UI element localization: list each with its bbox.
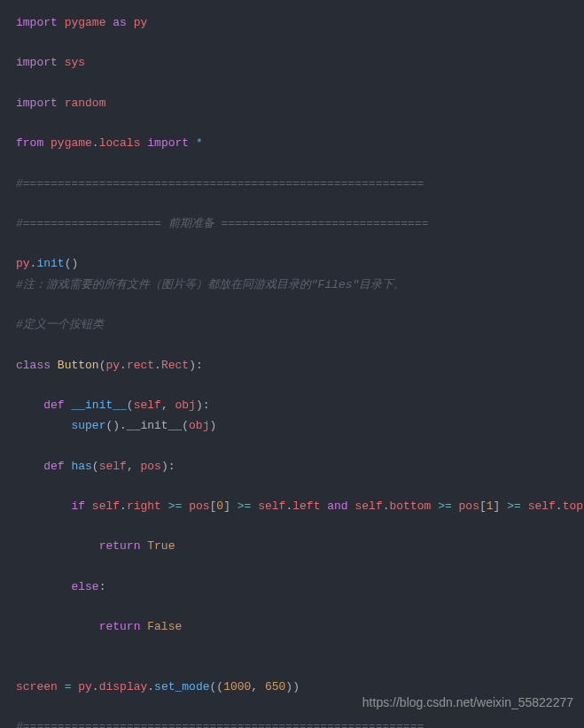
comment-line: #=======================================… <box>16 716 568 728</box>
module-name: random <box>65 97 106 110</box>
keyword-return: return <box>99 539 141 553</box>
attr: top <box>563 500 583 513</box>
code-block: import pygame as py import sys import ra… <box>16 12 568 728</box>
attr: left <box>292 500 320 513</box>
identifier: self <box>354 500 382 513</box>
identifier: py <box>105 359 120 372</box>
code-line: super().__init__(obj) <box>16 415 568 436</box>
function-call: set_mode <box>154 680 209 693</box>
module-name: sys <box>65 56 85 69</box>
identifier: Rect <box>161 359 189 372</box>
keyword-if: if <box>71 500 85 513</box>
identifier: pos <box>459 500 479 513</box>
identifier: pos <box>189 500 209 513</box>
keyword-as: as <box>113 16 127 29</box>
identifier: obj <box>189 419 209 432</box>
number: 1 <box>487 500 494 513</box>
identifier: self <box>528 500 556 513</box>
module-name: locals <box>99 136 141 150</box>
code-line: def __init__(self, obj): <box>16 395 568 415</box>
class-name: Button <box>58 359 99 372</box>
code-line: class Button(py.rect.Rect): <box>16 355 568 376</box>
wildcard: * <box>196 136 203 150</box>
code-line: if self.right >= pos[0] >= self.left and… <box>16 496 568 516</box>
constant: False <box>147 620 182 633</box>
identifier: display <box>99 680 148 693</box>
code-line: import sys <box>16 52 568 73</box>
code-line: def has(self, pos): <box>16 456 568 476</box>
comment-line: #==================== 前期准备 =============… <box>16 213 568 234</box>
code-line: else: <box>16 577 568 597</box>
attr: right <box>127 500 161 513</box>
identifier: py <box>78 680 92 693</box>
alias-name: py <box>134 16 148 29</box>
method-name: has <box>71 460 91 473</box>
identifier: self <box>92 500 120 513</box>
param: obj <box>175 399 196 412</box>
function-call: init <box>36 257 64 270</box>
keyword-class: class <box>16 359 51 372</box>
attr: bottom <box>390 500 432 513</box>
keyword-def: def <box>43 460 64 473</box>
keyword-return: return <box>99 620 141 633</box>
identifier: screen <box>16 680 58 693</box>
code-line: import pygame as py <box>16 12 568 33</box>
number: 1000 <box>223 680 251 693</box>
keyword-and: and <box>327 500 347 513</box>
identifier: py <box>16 257 30 270</box>
keyword-def: def <box>43 399 64 412</box>
keyword-import: import <box>16 97 58 110</box>
comment-line: #定义一个按钮类 <box>16 314 568 335</box>
watermark-text: https://blog.csdn.net/weixin_55822277 <box>362 692 573 714</box>
method-call: .__init__( <box>120 419 189 432</box>
number: 0 <box>216 500 223 513</box>
identifier: self <box>258 500 285 513</box>
param: self <box>99 460 127 473</box>
code-line: return False <box>16 616 568 637</box>
comment-line: #注：游戏需要的所有文件（图片等）都放在同游戏目录的"Files"目录下。 <box>16 275 568 295</box>
code-line: from pygame.locals import * <box>16 133 568 153</box>
param: self <box>134 399 161 412</box>
identifier: rect <box>127 359 154 372</box>
code-line: import random <box>16 93 568 113</box>
keyword-else: else <box>71 580 98 593</box>
constant: True <box>147 539 175 553</box>
number: 650 <box>265 680 285 693</box>
keyword-import: import <box>16 16 58 29</box>
method-name: __init__ <box>71 399 126 412</box>
builtin: super <box>71 419 105 432</box>
param: pos <box>140 460 160 473</box>
module-name: pygame <box>65 16 106 29</box>
parens: () <box>65 257 79 270</box>
module-name: pygame <box>51 136 92 150</box>
code-line: py.init() <box>16 253 568 274</box>
code-line: return True <box>16 536 568 556</box>
keyword-import: import <box>16 56 58 69</box>
keyword-from: from <box>16 136 43 150</box>
keyword-import: import <box>147 136 189 150</box>
comment-line: #=======================================… <box>16 174 568 194</box>
